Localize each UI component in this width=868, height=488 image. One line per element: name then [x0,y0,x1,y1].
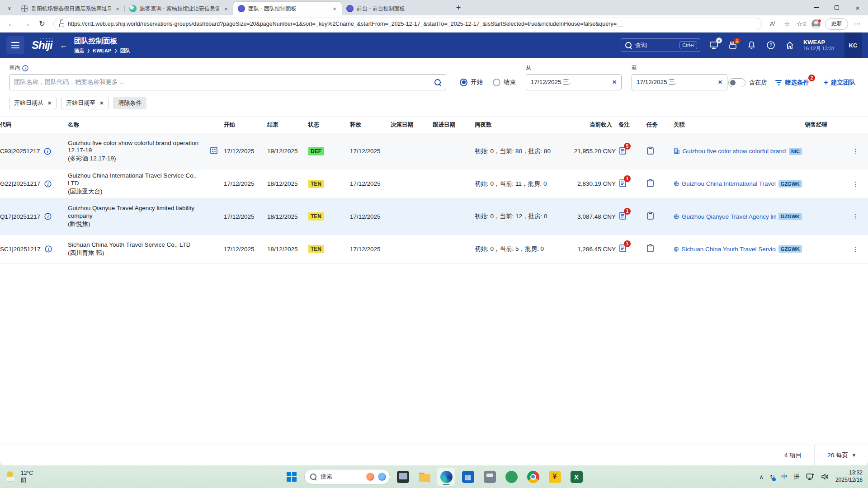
info-icon[interactable]: i [22,65,28,71]
minimize-button[interactable] [806,0,826,15]
home-icon[interactable] [784,40,795,51]
back-icon[interactable]: ← [5,17,18,31]
ime-mode-button[interactable]: 拼 [793,473,800,481]
notes-icon[interactable]: 5 [618,146,627,155]
notes-icon[interactable]: 1 [618,211,627,220]
sync-tray-icon[interactable]: ↻ [770,474,775,480]
collections-icon[interactable]: ☆≡ [795,18,808,30]
group-name[interactable]: Guizhou China International Travel Servi… [68,172,208,188]
create-group-button[interactable]: + 建立团队 [824,78,855,87]
include-inhouse-toggle[interactable] [728,78,745,87]
url-field[interactable]: https://cn1.web.ep.shiji.world/reservati… [53,18,762,30]
col-status[interactable]: 状态 [308,117,350,133]
info-icon[interactable]: i [44,148,51,155]
menu-hamburger-icon[interactable] [6,36,24,54]
browser-tab-1[interactable]: 贵阳机场智选假日酒店系统网址导 × [16,2,125,15]
clear-filters-button[interactable]: 清除条件 [113,97,146,109]
info-icon[interactable]: i [45,245,52,253]
radio-end[interactable]: 结束 [493,78,516,86]
start-button[interactable] [283,468,301,486]
tab-search-chevron-icon[interactable]: ∨ [3,2,16,14]
table-row[interactable]: Q17|20251217 i Guizhou Qianyue Travel Ag… [0,198,868,235]
breadcrumb-module[interactable]: 团队 [120,47,130,54]
browser-menu-icon[interactable]: ⋯ [851,18,863,30]
new-tab-button[interactable]: + [452,1,465,14]
remove-chip-icon[interactable]: ✕ [47,100,52,106]
filter-conditions-button[interactable]: 筛选条件 2 [775,79,809,87]
group-name[interactable]: Guizhou Qianyue Travel Agency limited li… [68,205,208,220]
col-followup-date[interactable]: 跟进日期 [433,117,475,133]
linked-profile-link[interactable]: Guizhou China International Travel Servi… [682,180,776,187]
chip-start-date-from[interactable]: 开始日期从 ✕ [9,97,57,109]
linked-profile-link[interactable]: Guizhou Qianyue Travel Agency limited li… [682,213,776,220]
row-menu-kebab-icon[interactable]: ⋮ [845,235,868,263]
tab-close-icon[interactable]: × [331,5,338,12]
group-search-input[interactable]: 团队名称，团队代码，档案名称和更多 ... [9,74,446,90]
group-name[interactable]: Guizhou five color show colorful brand o… [68,140,208,155]
col-code[interactable]: 代码 [0,117,68,133]
clear-date-icon[interactable]: ✕ [718,79,722,85]
terminal-status-icon[interactable]: × [708,40,719,51]
page-size-select[interactable]: 20 每页 ▼ [815,451,856,460]
maximize-button[interactable] [826,0,847,15]
forward-icon[interactable]: → [20,17,33,31]
info-icon[interactable]: i [44,213,52,220]
tasks-clipboard-icon[interactable] [646,244,654,253]
clear-date-icon[interactable]: ✕ [612,79,617,85]
table-row[interactable]: G22|20251217 i Guizhou China Internation… [0,169,868,199]
property-block[interactable]: KWEAP 16 12月 13:31 [803,39,835,52]
chip-start-date-to[interactable]: 开始日期至 ✕ [61,97,108,109]
col-decision-date[interactable]: 决策日期 [391,117,433,133]
tasks-clipboard-icon[interactable] [646,211,654,220]
col-current-revenue[interactable]: 当前收入 [561,117,618,133]
browser-profile-avatar[interactable] [810,18,822,30]
col-sales-manager[interactable]: 销售经理 [805,117,845,133]
col-start[interactable]: 开始 [224,117,267,133]
browser-tab-4[interactable]: 前台 - 前台控制面板 [342,2,450,15]
refresh-icon[interactable]: ↻ [35,17,49,31]
taskbar-app-file-explorer[interactable] [415,468,434,486]
col-notes[interactable]: 备注 [618,117,646,133]
taskbar-clock[interactable]: 13:32 2025/12/16 [835,469,863,483]
taskbar-app-chrome[interactable] [524,468,542,486]
tab-close-icon[interactable]: × [114,5,121,12]
tasks-clipboard-icon[interactable] [646,146,654,155]
notes-icon[interactable]: 1 [618,179,627,188]
user-avatar[interactable]: KC [844,33,862,58]
taskbar-app-excel[interactable] [567,468,585,486]
radio-start[interactable]: 开始 [460,78,483,86]
breadcrumb-property[interactable]: KWEAP [93,48,111,53]
col-name[interactable]: 名称 [68,117,210,133]
col-end[interactable]: 结束 [267,117,308,133]
taskbar-app-terminal[interactable] [394,468,412,486]
tab-close-icon[interactable]: × [222,5,230,12]
notes-icon[interactable]: 1 [618,244,627,253]
linked-profile-link[interactable]: Guizhou five color show colorful brand o… [683,148,787,155]
favorite-star-icon[interactable]: ☆ [781,18,793,30]
row-menu-kebab-icon[interactable]: ⋮ [845,133,868,169]
group-name[interactable]: Sichuan China Youth Travel Service Co., … [68,241,208,249]
linked-profile-link[interactable]: Sichuan China Youth Travel Service Co., … [682,246,776,253]
taskbar-app-finance[interactable] [546,468,564,486]
date-from-input[interactable]: 17/12/2025 三. ✕ [526,74,622,90]
back-arrow-icon[interactable]: ← [60,41,68,50]
table-row[interactable]: SC1|20251217 i Sichuan China Youth Trave… [0,235,868,263]
network-display-icon[interactable] [806,473,815,481]
volume-icon[interactable] [821,473,829,480]
table-row[interactable]: C93|20251217 i Guizhou five color show c… [0,133,868,169]
taskbar-app-green[interactable] [502,468,520,486]
group-channel-icon[interactable] [210,147,217,154]
row-menu-kebab-icon[interactable]: ⋮ [845,198,868,235]
global-search-input[interactable]: 查询 Ctrl+/ [621,38,700,52]
notifications-bell-icon[interactable] [746,40,757,51]
taskbar-app-calculator[interactable] [481,468,499,486]
tasks-clipboard-icon[interactable] [646,179,654,188]
row-menu-kebab-icon[interactable]: ⋮ [845,169,868,199]
cashier-icon[interactable]: 🔒 [727,40,738,51]
read-aloud-icon[interactable]: A⟩ [766,18,779,30]
taskbar-app-edge[interactable] [437,468,455,486]
taskbar-app-blue-tile[interactable] [459,468,477,486]
search-icon[interactable] [434,79,441,86]
remove-chip-icon[interactable]: ✕ [99,100,104,106]
date-to-input[interactable]: 17/12/2025 三. ✕ [632,74,727,90]
